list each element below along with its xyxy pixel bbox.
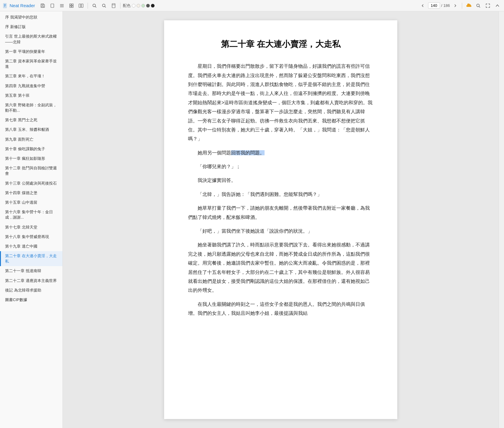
toc-ch21[interactable]: 第二十一章 抵達南韓 — [0, 266, 62, 276]
svg-line-23 — [479, 6, 480, 7]
right-panel — [499, 11, 504, 428]
main-area: 序 我渴望中的悲狀序 新修訂版引言 世上最後的斯大林式政權——北韓第一章 平壤的… — [0, 11, 504, 428]
svg-rect-5 — [42, 4, 43, 5]
toc-ch2[interactable]: 第二章 資本家與革命家牽手並進 — [0, 56, 62, 71]
paragraph-4: 「北韓，」我告訴她：「我們遇到困難。您能幫我們嗎？」 — [188, 190, 373, 199]
toc-ch17[interactable]: 第十七章 北韓天堂 — [0, 223, 62, 232]
book-page: 第二十章 在大連小賣淫，大走私 星期日，我們佯稱要出門散散步，留下若干隨身物品，… — [164, 20, 397, 419]
toc-preface[interactable]: 引言 世上最後的斯大林式政權——北韓 — [0, 32, 62, 47]
paragraph-8: 在我人生最關鍵的時刻之一，這些女子全都是我的恩人。我們之間的共鳴與日俱增。我們的… — [188, 300, 373, 318]
prev-page-button[interactable] — [419, 1, 427, 10]
svg-line-19 — [105, 6, 106, 7]
toolbar-separator-3 — [462, 3, 462, 9]
fullscreen-button[interactable] — [484, 1, 492, 10]
svg-point-18 — [103, 4, 105, 7]
book-icon — [2, 3, 8, 9]
paragraphs-container: 星期日，我們佯稱要出門散散步，留下若干隨身物品，好讓我們的謊言有些許可信度。我們… — [188, 62, 373, 318]
svg-rect-12 — [70, 6, 71, 7]
svg-rect-15 — [81, 4, 83, 7]
svg-rect-20 — [112, 4, 115, 8]
page-navigation: / 186 — [419, 1, 459, 10]
menu-button[interactable] — [58, 1, 66, 10]
grid-view-button[interactable] — [67, 1, 76, 10]
bookmark-button[interactable] — [109, 1, 118, 10]
paragraph-6: 「好吧，」當我們坐下後她說道「說說你們的狀況。」 — [188, 227, 373, 236]
toolbar-separator-1 — [88, 3, 88, 9]
layout-single-button[interactable] — [48, 1, 56, 10]
layout-spread-button[interactable] — [77, 1, 85, 10]
toc-cip[interactable]: 圖書CIP數據 — [0, 295, 62, 305]
search2-button[interactable] — [100, 1, 108, 10]
paragraph-2: 「你哪兒來的？」； — [188, 162, 373, 171]
color-sepia[interactable] — [137, 4, 140, 7]
toc-ch19[interactable]: 第十九章 逃亡中國 — [0, 242, 62, 251]
toolbar: Neat Reader 配色 / 186 — [0, 0, 504, 11]
paragraph-1: 她用另一個問題回答我的問題。 — [188, 148, 373, 157]
search-top-button[interactable] — [474, 1, 482, 10]
color-white[interactable] — [132, 4, 135, 7]
paragraph-3: 我決定據實回答。 — [188, 176, 373, 185]
toc-postscript[interactable]: 後記 為北韓尋求援助 — [0, 286, 62, 295]
page-separator: / — [441, 3, 442, 8]
svg-rect-10 — [70, 4, 71, 5]
svg-rect-6 — [51, 4, 54, 7]
toc-ch12[interactable]: 第十二章 批鬥與自我檢討雙週會 — [0, 163, 62, 178]
toc-ch9[interactable]: 第九章 面對死亡 — [0, 135, 62, 144]
sidebar: 序 我渴望中的悲狀序 新修訂版引言 世上最後的斯大林式政權——北韓第一章 平壤的… — [0, 11, 63, 428]
collapse-button[interactable] — [493, 1, 502, 10]
svg-rect-11 — [72, 4, 73, 5]
next-page-button[interactable] — [451, 1, 459, 10]
svg-line-17 — [95, 6, 96, 7]
toc-ch1[interactable]: 第一章 平壤的快樂童年 — [0, 47, 62, 56]
svg-rect-13 — [72, 6, 73, 7]
svg-rect-0 — [3, 3, 7, 8]
toc-ch10[interactable]: 第十章 偷吃課鵝的兔子 — [0, 144, 62, 154]
toc-ch14[interactable]: 第十四章 煤德之堡 — [0, 188, 62, 198]
paragraph-5: 她草草打量了我們一下，請她的朋友先離開，然後帶著我們去附近一家餐廳，為我們點了韓… — [188, 204, 373, 222]
toc-intro-emotion[interactable]: 序 我渴望中的悲狀 — [0, 13, 62, 22]
app-title: Neat Reader — [10, 3, 35, 8]
toc-ch22[interactable]: 第二十二章 適應資本主義世界 — [0, 276, 62, 286]
toc-new-edition[interactable]: 序 新修訂版 — [0, 22, 62, 32]
toc-ch13[interactable]: 第十三章 公開處決與死後投石 — [0, 179, 62, 188]
content-area[interactable]: 第二十章 在大連小賣淫，大走私 星期日，我們佯稱要出門散散步，留下若干隨身物品，… — [63, 11, 499, 428]
svg-point-16 — [93, 4, 96, 7]
toc-ch4[interactable]: 第四章 九戰就進集中營 — [0, 81, 62, 91]
color-dark1[interactable] — [146, 4, 150, 7]
chapter-title: 第二十章 在大連小賣淫，大走私 — [188, 38, 373, 50]
toc-ch11[interactable]: 第十一章 瘋狂如影隨形 — [0, 154, 62, 163]
paragraph-0: 星期日，我們佯稱要出門散散步，留下若干隨身物品，好讓我們的謊言有些許可信度。我們… — [188, 62, 373, 144]
cloud-button[interactable] — [465, 1, 473, 10]
toc-ch18[interactable]: 第十八章 集中營威脅再現 — [0, 232, 62, 242]
app-brand: Neat Reader — [2, 3, 35, 9]
color-label: 配色 — [123, 3, 131, 8]
toc-ch16[interactable]: 第十六章 集中營十年：金日成，謝謝... — [0, 207, 62, 222]
color-green[interactable] — [141, 4, 145, 7]
toc-ch5[interactable]: 第五章 第十班 — [0, 91, 62, 100]
toc-ch20[interactable]: 第二十章 在大連小賣淫，大走私 — [0, 251, 62, 266]
color-dark2[interactable] — [151, 4, 155, 7]
toc-ch15[interactable]: 第十五章 山中逃留 — [0, 198, 62, 207]
toc-ch6[interactable]: 第六章 野豬老師：全副武裝，動不動... — [0, 100, 62, 115]
toc-ch8[interactable]: 第八章 玉米、辣醬和貂酒 — [0, 125, 62, 134]
paragraph-7: 她坐著聽我們講了許久，時而點頭示意要我們說下去。看得出來她很感動，不過講完之後，… — [188, 240, 373, 295]
save-button[interactable] — [39, 1, 47, 10]
svg-point-22 — [477, 4, 479, 7]
current-page-input[interactable] — [428, 2, 440, 9]
toolbar-separator-2 — [120, 3, 120, 9]
highlighted-text: 回答我的問題。 — [231, 150, 265, 155]
toc-ch3[interactable]: 第三章 來年，在平壤！ — [0, 71, 62, 81]
search-button[interactable] — [90, 1, 99, 10]
toc-ch7[interactable]: 第七章 黑門士之死 — [0, 115, 62, 125]
svg-rect-4 — [42, 6, 44, 7]
color-picker — [132, 4, 155, 7]
total-pages: 186 — [443, 3, 450, 8]
svg-rect-14 — [79, 4, 81, 7]
